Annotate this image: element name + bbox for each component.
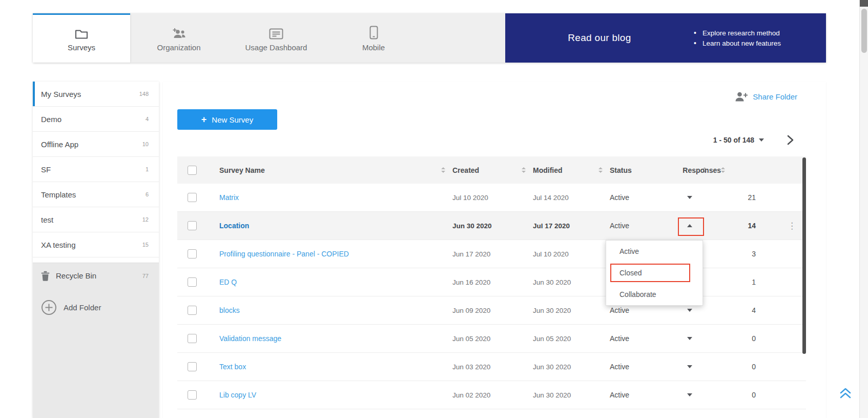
status-option-collaborate[interactable]: Collaborate [606,284,702,305]
table-row-blocks[interactable]: blocksJun 09 2020Jun 30 2020Active4 [177,296,806,325]
folder-label: SF [41,165,51,174]
status-option-closed[interactable]: Closed [606,262,702,284]
status-value: Active [610,363,629,371]
row-checkbox[interactable] [188,306,197,315]
row-checkbox[interactable] [188,277,197,287]
dashboard-icon [269,26,283,39]
scroll-to-top-button[interactable] [838,387,853,401]
blog-promo-banner: Read our blog Explore research methodLea… [505,13,826,63]
person-add-icon [734,91,748,102]
sort-icon[interactable] [721,167,725,173]
folder-list: My Surveys148Demo4Offline App10SF1Templa… [33,82,159,257]
caret-down-icon [687,309,692,312]
tab-mobile[interactable]: Mobile [325,13,422,63]
recycle-bin-label: Recycle Bin [56,271,96,280]
status-option-active[interactable]: Active [606,241,702,262]
responses-cell: 0 [714,334,786,343]
status-dropdown-caret[interactable] [685,363,694,370]
tab-surveys[interactable]: Surveys [33,13,130,63]
row-checkbox[interactable] [188,249,197,258]
modified-cell: Jun 05 2020 [533,335,610,343]
table-row-ed-q[interactable]: ED QJun 16 2020Jun 30 20201 [177,268,806,296]
row-checkbox[interactable] [188,193,197,202]
row-checkbox[interactable] [188,334,197,343]
status-value: Active [610,222,629,230]
new-survey-button[interactable]: + New Survey [177,109,277,130]
created-cell: Jun 09 2020 [452,307,533,314]
status-value: Active [610,391,629,399]
folder-count: 1 [146,166,149,172]
status-cell: Active [610,391,714,399]
status-dropdown-caret[interactable] [685,222,694,229]
sidebar-item-recycle-bin[interactable]: Recycle Bin 77 [33,263,159,288]
survey-name-link[interactable]: Matrix [219,193,239,202]
sidebar-item-xa-testing[interactable]: XA testing15 [33,232,159,257]
status-dropdown-caret[interactable] [685,335,694,342]
scrollbar-thumb[interactable] [861,9,867,53]
folder-count: 12 [142,216,149,223]
sort-icon[interactable] [598,167,603,173]
trash-icon [41,271,50,281]
table-row-profiling-questionnaire-panel-copied[interactable]: Profiling questionnaire - Panel - COPIED… [177,240,806,268]
row-checkbox[interactable] [188,362,197,371]
survey-name-cell: Profiling questionnaire - Panel - COPIED [219,250,452,258]
sidebar-item-demo[interactable]: Demo4 [33,107,159,132]
row-checkbox[interactable] [188,390,197,400]
sort-icon[interactable] [441,167,445,173]
sort-icon[interactable] [522,167,526,173]
survey-name-cell: Lib copy LV [219,391,452,399]
promo-bullet: Explore research method [694,29,781,37]
table-row-matrix[interactable]: MatrixJul 10 2020Jul 14 2020Active21 [177,184,806,212]
status-dropdown-caret[interactable] [685,307,694,314]
row-menu-icon[interactable]: ⋮ [786,221,799,231]
created-cell: Jun 17 2020 [452,250,533,258]
survey-name-link[interactable]: blocks [219,306,240,314]
table-row-lib-copy-lv[interactable]: Lib copy LVJun 02 2020Jun 30 2020Active0 [177,381,806,409]
page-scrollbar[interactable] [859,0,868,418]
table-row-validation-message[interactable]: Validation messageJun 05 2020Jun 05 2020… [177,325,806,353]
tab-usage-dashboard[interactable]: Usage Dashboard [228,13,325,63]
folder-count: 15 [142,242,149,248]
survey-name-link[interactable]: Profiling questionnaire - Panel - COPIED [219,250,349,258]
tab-organization[interactable]: Organization [130,13,228,63]
main-tabs: SurveysOrganizationUsage DashboardMobile [33,13,505,63]
sidebar-item-offline-app[interactable]: Offline App10 [33,132,159,157]
survey-name-link[interactable]: Text box [219,363,246,371]
pagination-range-selector[interactable]: 1 - 50 of 148 [713,136,764,144]
table-scrollbar[interactable] [802,157,806,354]
column-header-label: Created [452,166,479,174]
survey-name-cell: Location [219,222,452,230]
sidebar-item-templates[interactable]: Templates6 [33,182,159,207]
survey-name-link[interactable]: ED Q [219,278,237,286]
blog-link[interactable]: Read our blog [505,32,694,44]
survey-name-link[interactable]: Validation message [219,334,281,343]
status-cell: Active [610,306,714,314]
survey-name-link[interactable]: Location [219,222,249,230]
folder-label: XA testing [41,241,76,249]
table-row-text-box[interactable]: Text boxJun 03 2020Jun 30 2020Active0 [177,353,806,381]
table-row-location[interactable]: LocationJun 30 2020Jul 17 2020Active14⋮ [177,212,806,240]
select-all-checkbox[interactable] [188,166,197,175]
row-checkbox[interactable] [188,221,197,230]
status-value: Active [610,306,629,314]
add-folder-label: Add Folder [64,303,101,312]
status-dropdown-caret[interactable] [685,194,694,201]
folder-count: 148 [139,91,149,97]
created-cell: Jun 02 2020 [452,391,533,399]
add-folder-button[interactable]: Add Folder [41,300,151,315]
responses-cell: 1 [714,278,786,286]
folder-count: 10 [142,141,149,147]
mobile-icon [369,26,378,39]
next-page-button[interactable] [787,134,794,146]
share-folder-link[interactable]: Share Folder [753,92,797,101]
sidebar-item-test[interactable]: test12 [33,207,159,232]
tab-label: Mobile [362,43,385,52]
sidebar-item-sf[interactable]: SF1 [33,157,159,182]
double-chevron-up-icon [838,387,853,399]
tab-label: Usage Dashboard [245,43,307,52]
survey-name-link[interactable]: Lib copy LV [219,391,256,399]
status-dropdown-caret[interactable] [685,391,694,399]
sidebar-item-my-surveys[interactable]: My Surveys148 [33,82,159,107]
scrollbar-up-arrow[interactable] [860,0,868,7]
status-cell: Active [610,193,714,202]
